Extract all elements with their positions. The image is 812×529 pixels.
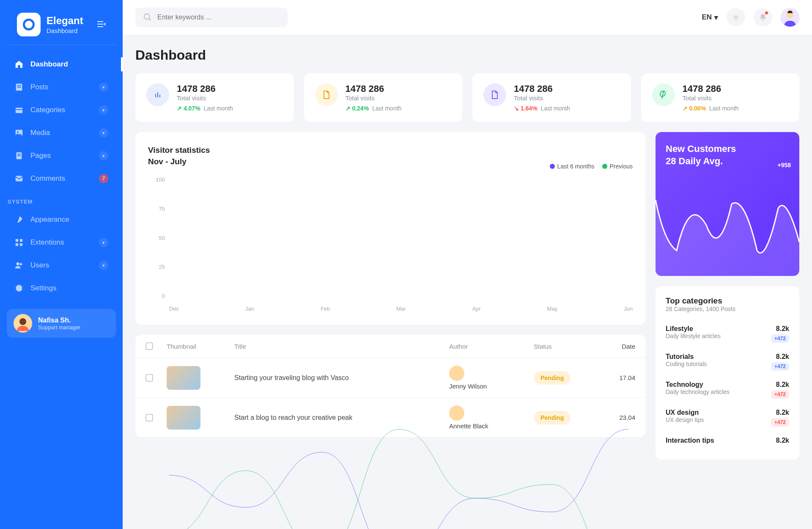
language-label: EN bbox=[702, 13, 712, 22]
stat-icon bbox=[483, 83, 506, 106]
sidebar-item-appearance[interactable]: Appearance bbox=[7, 209, 116, 230]
stat-value: 1478 286 bbox=[346, 83, 402, 94]
content: Dashboard 1478 286Total visits↗ 4.07%Las… bbox=[123, 35, 812, 529]
brand-title: Elegant bbox=[47, 15, 97, 27]
svg-rect-15 bbox=[20, 239, 22, 242]
sidebar-item-label: Dashboard bbox=[30, 60, 68, 69]
stat-row: 1478 286Total visits↗ 4.07%Last month147… bbox=[135, 73, 799, 122]
category-pill: +472 bbox=[771, 362, 789, 371]
svg-point-23 bbox=[144, 14, 150, 19]
language-select[interactable]: EN ▾ bbox=[702, 13, 718, 22]
chevron-down-icon: ▾ bbox=[714, 13, 718, 22]
svg-rect-38 bbox=[159, 95, 160, 97]
stat-value: 1478 286 bbox=[683, 83, 739, 94]
svg-point-18 bbox=[16, 262, 19, 265]
users-icon bbox=[14, 261, 24, 270]
chart-plot bbox=[169, 176, 628, 529]
svg-rect-16 bbox=[16, 243, 18, 246]
stat-period: Last month bbox=[372, 105, 401, 112]
select-all-checkbox[interactable] bbox=[145, 342, 153, 350]
logo-section: Elegant Dashboard bbox=[7, 8, 116, 45]
sidebar-item-posts[interactable]: Posts▾ bbox=[7, 77, 116, 98]
main-area: EN ▾ Dashboard 1478 286Total visits↗ 4.0… bbox=[123, 0, 812, 529]
chart-area: 1007550250 DecJanFebMarAprMayJun bbox=[148, 176, 633, 312]
category-pill: +472 bbox=[771, 334, 789, 343]
gear-icon bbox=[14, 284, 24, 293]
svg-rect-17 bbox=[20, 243, 22, 246]
sidebar-item-dashboard[interactable]: Dashboard bbox=[7, 54, 116, 75]
stat-card: 1478 286Total visits↘ 1.64%Last month bbox=[472, 73, 631, 122]
search-input[interactable] bbox=[157, 14, 280, 21]
system-label: SYSTEM bbox=[0, 191, 123, 209]
category-name: Lifestyle bbox=[666, 325, 721, 333]
svg-point-25 bbox=[734, 15, 738, 19]
category-item[interactable]: TutorialsCoding tutorials8.2k+472 bbox=[666, 348, 789, 376]
stat-period: Last month bbox=[709, 105, 738, 112]
categories-subtitle: 28 Categories, 1400 Posts bbox=[666, 306, 789, 312]
svg-point-9 bbox=[17, 131, 19, 133]
stat-icon bbox=[315, 83, 338, 106]
search-box[interactable] bbox=[135, 8, 288, 27]
chevron-down-icon: ▾ bbox=[99, 128, 108, 138]
sidebar-item-extentions[interactable]: Extentions▾ bbox=[7, 232, 116, 253]
legend-item: Last 6 months bbox=[550, 163, 595, 170]
category-desc: Coding tutorials bbox=[666, 361, 707, 367]
folder-icon bbox=[14, 105, 24, 115]
stat-icon bbox=[146, 83, 169, 106]
svg-rect-6 bbox=[16, 108, 23, 113]
svg-line-24 bbox=[149, 19, 151, 21]
svg-line-33 bbox=[738, 15, 738, 15]
logo-icon bbox=[17, 13, 41, 36]
category-value: 8.2k bbox=[771, 325, 789, 333]
category-name: UX design bbox=[666, 409, 704, 416]
badge: 7 bbox=[99, 174, 108, 183]
sidebar-item-categories[interactable]: Categories▾ bbox=[7, 99, 116, 121]
user-card[interactable]: Nafisa Sh. Support manager bbox=[7, 309, 116, 338]
profile-avatar[interactable] bbox=[781, 8, 799, 27]
stat-label: Total visits bbox=[346, 94, 402, 102]
category-name: Interaction tips bbox=[666, 437, 714, 444]
svg-line-32 bbox=[733, 19, 734, 20]
sidebar-item-label: Comments bbox=[30, 174, 65, 183]
stat-trend: ↗ 0.00% bbox=[683, 105, 706, 112]
row-checkbox[interactable] bbox=[145, 374, 153, 382]
chevron-down-icon: ▾ bbox=[99, 261, 108, 270]
promo-line2: 28 Daily Avg. bbox=[666, 155, 789, 168]
sidebar-item-media[interactable]: Media▾ bbox=[7, 122, 116, 143]
svg-rect-37 bbox=[157, 92, 158, 97]
page-title: Dashboard bbox=[135, 47, 799, 63]
chart-title: Visitor statistics bbox=[148, 145, 633, 156]
row-checkbox[interactable] bbox=[145, 414, 153, 422]
svg-rect-36 bbox=[155, 94, 156, 97]
grid-icon bbox=[14, 238, 24, 247]
bell-icon bbox=[759, 13, 767, 22]
category-item[interactable]: UX designUX design tips8.2k+472 bbox=[666, 404, 789, 432]
top-categories-card: Top categories 28 Categories, 1400 Posts… bbox=[656, 286, 799, 460]
stat-card: 1478 286Total visits↗ 0.00%Last month bbox=[641, 73, 800, 122]
promo-line1: New Customers bbox=[666, 143, 789, 155]
sidebar-item-settings[interactable]: Settings bbox=[7, 278, 116, 299]
legend-label: Previous bbox=[610, 163, 633, 170]
category-name: Tutorials bbox=[666, 353, 707, 361]
legend-item: Previous bbox=[602, 163, 633, 170]
collapse-sidebar-icon[interactable] bbox=[97, 20, 106, 30]
category-desc: UX design tips bbox=[666, 416, 704, 423]
notifications-button[interactable] bbox=[754, 8, 772, 27]
category-item[interactable]: TechnologyDaily technology articles8.2k+… bbox=[666, 376, 789, 404]
stat-period: Last month bbox=[204, 105, 233, 112]
stat-value: 1478 286 bbox=[514, 83, 570, 94]
promo-badge: +958 bbox=[777, 162, 791, 168]
theme-toggle-button[interactable] bbox=[727, 8, 745, 27]
chevron-down-icon: ▾ bbox=[99, 83, 108, 92]
sidebar-item-label: Posts bbox=[30, 83, 49, 91]
sidebar-item-pages[interactable]: Pages▾ bbox=[7, 145, 116, 166]
svg-rect-4 bbox=[17, 85, 21, 86]
stat-trend: ↗ 0.24% bbox=[346, 105, 369, 112]
stat-trend: ↘ 1.64% bbox=[514, 105, 538, 112]
category-item[interactable]: Interaction tips8.2k bbox=[666, 432, 789, 449]
sidebar-item-users[interactable]: Users▾ bbox=[7, 255, 116, 276]
chevron-down-icon: ▾ bbox=[99, 105, 108, 115]
category-item[interactable]: LifestyleDaily lifestyle articles8.2k+47… bbox=[666, 320, 789, 348]
sidebar-item-comments[interactable]: Comments7 bbox=[7, 168, 116, 189]
promo-sparkline bbox=[656, 191, 799, 276]
